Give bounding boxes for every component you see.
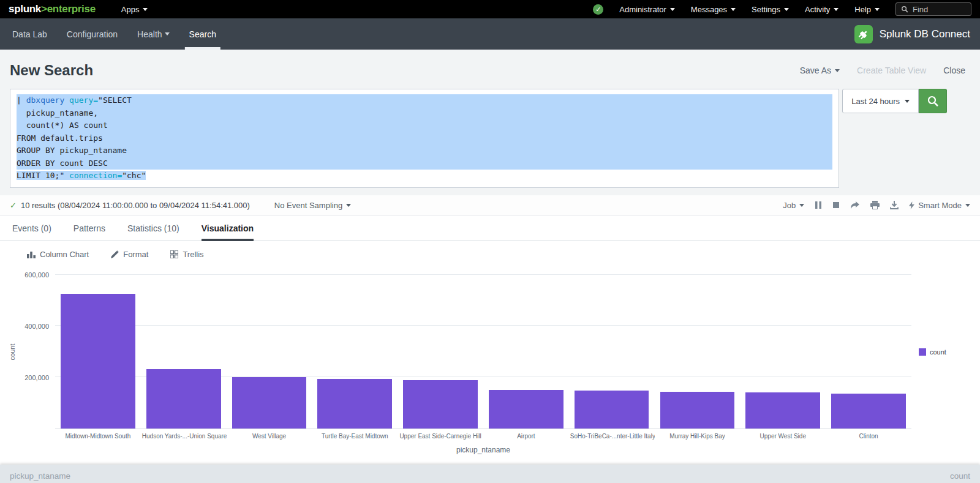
caret-down-icon xyxy=(834,8,839,11)
column-chart-icon xyxy=(27,250,36,258)
topbar-menu-settings[interactable]: Settings xyxy=(752,5,789,14)
x-tick-label: West Village xyxy=(227,433,312,440)
menu-label: Help xyxy=(854,5,871,14)
pause-job-button[interactable] xyxy=(815,201,822,209)
query-token xyxy=(64,95,69,105)
bar-slot xyxy=(655,275,741,429)
query-line-text: count(*) AS count xyxy=(17,121,108,130)
topbar-menu-administrator[interactable]: Administrator xyxy=(619,5,675,14)
header-actions: Save As Create Table View Close xyxy=(800,66,965,75)
caret-down-icon xyxy=(165,32,170,36)
stats-col-pickup-ntaname[interactable]: pickup_ntaname xyxy=(10,471,70,481)
column-bar[interactable] xyxy=(660,392,735,428)
tab-statistics-10[interactable]: Statistics (10) xyxy=(127,216,179,241)
topbar-menu-messages[interactable]: Messages xyxy=(691,5,736,14)
query-token: = xyxy=(93,95,98,105)
query-editor[interactable]: | dbxquery query="SELECT pickup_ntaname,… xyxy=(10,89,839,188)
caret-down-icon xyxy=(799,204,804,207)
legend-item[interactable]: count xyxy=(919,348,946,356)
smart-mode-bolt-icon xyxy=(909,201,914,209)
page-title: New Search xyxy=(10,62,93,79)
legend-swatch xyxy=(919,348,926,356)
find-input[interactable] xyxy=(913,5,965,14)
caret-down-icon xyxy=(965,204,970,207)
query-token: FROM default.trips xyxy=(17,133,103,143)
logo-product: enterprise xyxy=(47,3,96,15)
query-line: | dbxquery query="SELECT xyxy=(17,94,832,107)
chart-type-button[interactable]: Column Chart xyxy=(27,250,89,259)
stats-col-count[interactable]: count xyxy=(950,471,970,481)
save-as-button[interactable]: Save As xyxy=(800,66,840,75)
event-sampling-dropdown[interactable]: No Event Sampling xyxy=(274,201,351,210)
apps-menu[interactable]: Apps xyxy=(121,5,148,14)
bar-slot xyxy=(740,275,826,429)
time-range-picker[interactable]: Last 24 hours xyxy=(842,89,919,113)
app-title: Splunk DB Connect xyxy=(880,28,970,40)
bar-slot xyxy=(398,275,483,429)
search-mode-dropdown[interactable]: Smart Mode xyxy=(909,201,970,210)
column-bar[interactable] xyxy=(831,394,906,429)
column-bar[interactable] xyxy=(146,369,221,428)
caret-down-icon xyxy=(731,8,736,11)
top-bar: splunk>enterprise Apps ✓ AdministratorMe… xyxy=(0,0,980,18)
column-bar[interactable] xyxy=(575,391,649,428)
caret-down-icon xyxy=(784,8,789,11)
save-as-label: Save As xyxy=(800,66,831,75)
topbar-menu-activity[interactable]: Activity xyxy=(805,5,839,14)
success-check-icon: ✓ xyxy=(10,201,17,210)
trellis-grid-icon xyxy=(170,250,178,258)
caret-down-icon xyxy=(143,8,148,11)
topbar-menu-help[interactable]: Help xyxy=(854,5,880,14)
query-token: dbxquery xyxy=(26,95,65,105)
app-identity[interactable]: Splunk DB Connect xyxy=(854,18,970,50)
page: splunk>enterprise Apps ✓ AdministratorMe… xyxy=(0,0,980,483)
query-line: pickup_ntaname, xyxy=(17,107,832,120)
column-bar[interactable] xyxy=(232,377,307,429)
smart-mode-label: Smart Mode xyxy=(918,201,962,210)
plot-area xyxy=(55,275,911,429)
x-tick-label: Upper East Side-Carnegie Hill xyxy=(398,433,483,440)
find-search-box[interactable] xyxy=(895,2,971,16)
splunk-logo[interactable]: splunk>enterprise xyxy=(9,3,96,15)
stop-job-button[interactable] xyxy=(832,201,840,209)
tab-patterns[interactable]: Patterns xyxy=(74,216,105,241)
column-bar[interactable] xyxy=(317,379,392,429)
close-button[interactable]: Close xyxy=(943,66,965,75)
tab-events-0[interactable]: Events (0) xyxy=(12,216,51,241)
nav-item-configuration[interactable]: Configuration xyxy=(57,18,127,50)
trellis-button[interactable]: Trellis xyxy=(170,250,203,259)
column-bar[interactable] xyxy=(61,294,135,429)
search-icon xyxy=(927,95,939,107)
legend: count xyxy=(911,275,980,429)
job-menu[interactable]: Job xyxy=(783,201,804,210)
job-bar: ✓ 10 results (08/04/2024 11:00:00.000 to… xyxy=(0,195,980,216)
query-token: count(*) AS count xyxy=(17,121,108,130)
nav-item-data-lab[interactable]: Data Lab xyxy=(12,18,57,50)
query-line: FROM default.trips xyxy=(17,132,832,145)
query-line-text: pickup_ntaname, xyxy=(17,108,98,118)
query-token: connection xyxy=(69,171,117,180)
x-labels-row: Midtown-Midtown SouthHudson Yards-...-Un… xyxy=(55,433,911,440)
create-table-view-button[interactable]: Create Table View xyxy=(857,66,926,75)
format-button[interactable]: Format xyxy=(111,250,148,259)
export-download-button[interactable] xyxy=(890,201,899,209)
query-line-text: FROM default.trips xyxy=(17,133,103,143)
health-status-check-icon[interactable]: ✓ xyxy=(593,4,603,15)
nav-item-health[interactable]: Health xyxy=(127,18,179,50)
caret-down-icon xyxy=(835,69,840,72)
column-bar[interactable] xyxy=(489,390,564,429)
column-bar[interactable] xyxy=(745,392,820,428)
x-tick-label: Upper West Side xyxy=(740,433,826,440)
share-job-button[interactable] xyxy=(850,201,860,209)
bar-slot xyxy=(227,275,312,429)
tab-visualization[interactable]: Visualization xyxy=(202,216,254,241)
column-bar[interactable] xyxy=(403,380,478,429)
print-button[interactable] xyxy=(870,201,880,209)
tabs-row: Events (0)PatternsStatistics (10)Visuali… xyxy=(0,216,980,241)
nav-item-search[interactable]: Search xyxy=(179,18,226,50)
x-tick-label: SoHo-TriBeCa-...nter-Little Italy xyxy=(569,433,655,440)
logo-gt: > xyxy=(41,3,47,15)
run-search-button[interactable] xyxy=(919,89,947,113)
y-axis-title-text: count xyxy=(9,343,16,360)
y-tick-label: 600,000 xyxy=(24,271,49,279)
